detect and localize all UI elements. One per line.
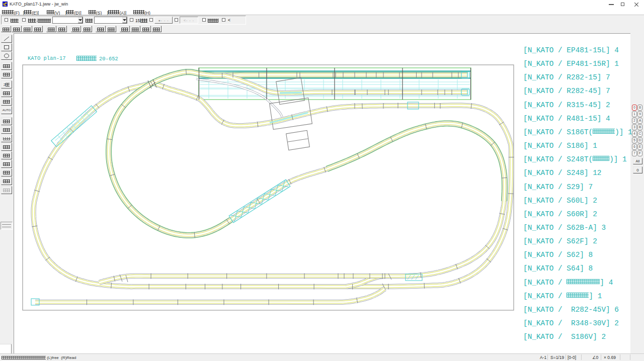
svg-text:20-652: 20-652 (99, 56, 118, 62)
svg-text:KATO plan-17: KATO plan-17 (28, 55, 66, 61)
